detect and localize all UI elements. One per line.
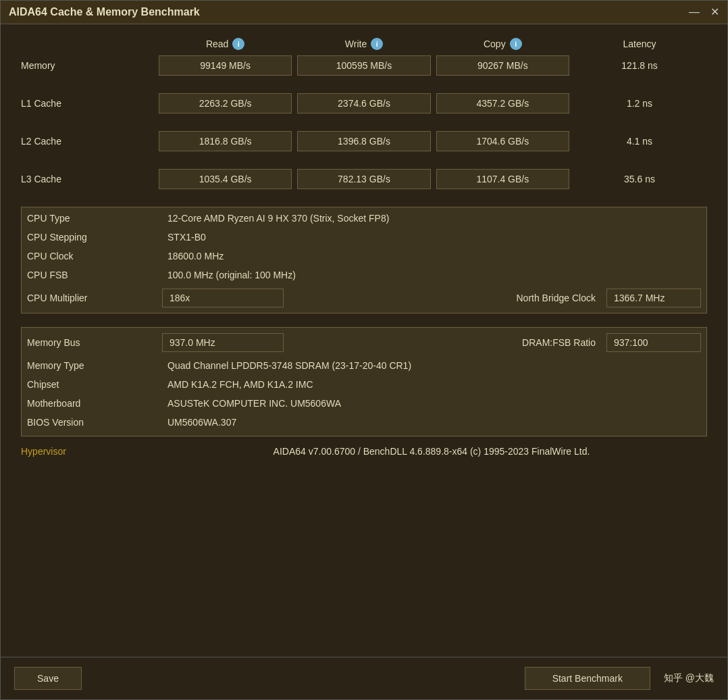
memory-read: 99149 MB/s	[159, 55, 292, 76]
minimize-button[interactable]: —	[689, 7, 700, 18]
watermark: 知乎 @大魏	[664, 672, 714, 684]
l2-latency: 4.1 ns	[572, 136, 707, 147]
copy-header: Copy i	[434, 38, 572, 50]
main-window: AIDA64 Cache & Memory Benchmark — ✕ Read…	[0, 0, 728, 700]
chipset-row: Chipset AMD K1A.2 FCH, AMD K1A.2 IMC	[27, 376, 701, 393]
cpu-fsb-value: 100.0 MHz (original: 100 MHz)	[162, 267, 701, 283]
cpu-type-label: CPU Type	[27, 213, 162, 224]
cpu-stepping-label: CPU Stepping	[27, 232, 162, 243]
close-button[interactable]: ✕	[710, 7, 719, 18]
l3-read: 1035.4 GB/s	[159, 169, 292, 189]
l1-write: 2374.6 GB/s	[297, 93, 430, 114]
l1-latency: 1.2 ns	[572, 98, 707, 109]
memory-type-label: Memory Type	[27, 360, 162, 371]
l3-copy: 1107.4 GB/s	[436, 169, 569, 189]
cpu-info-inner: CPU Type 12-Core AMD Ryzen AI 9 HX 370 (…	[21, 207, 707, 314]
l3-latency: 35.6 ns	[572, 174, 707, 184]
footer: Save Start Benchmark 知乎 @大魏	[1, 657, 727, 699]
memory-write: 100595 MB/s	[297, 55, 430, 76]
l2-label: L2 Cache	[21, 136, 156, 147]
l3-write: 782.13 GB/s	[297, 169, 430, 189]
copy-info-icon[interactable]: i	[510, 38, 522, 50]
read-header: Read i	[156, 38, 294, 50]
cpu-multiplier-row: CPU Multiplier 186x North Bridge Clock 1…	[27, 286, 701, 310]
cpu-type-row: CPU Type 12-Core AMD Ryzen AI 9 HX 370 (…	[27, 210, 701, 226]
latency-header: Latency	[572, 38, 707, 50]
cpu-info-block: CPU Type 12-Core AMD Ryzen AI 9 HX 370 (…	[21, 207, 707, 314]
memory-latency: 121.8 ns	[572, 60, 707, 71]
l1-label: L1 Cache	[21, 98, 156, 109]
memory-label: Memory	[21, 60, 156, 71]
save-button[interactable]: Save	[14, 667, 82, 690]
hypervisor-label: Hypervisor	[21, 446, 156, 457]
column-headers: Read i Write i Copy i Latency	[21, 38, 707, 50]
cpu-clock-label: CPU Clock	[27, 251, 162, 261]
memory-type-row: Memory Type Quad Channel LPDDR5-3748 SDR…	[27, 357, 701, 374]
cpu-fsb-row: CPU FSB 100.0 MHz (original: 100 MHz)	[27, 267, 701, 283]
motherboard-label: Motherboard	[27, 398, 162, 409]
cpu-multiplier-label: CPU Multiplier	[27, 293, 162, 303]
memory-type-value: Quad Channel LPDDR5-3748 SDRAM (23-17-20…	[162, 357, 701, 374]
l2-read: 1816.8 GB/s	[159, 131, 292, 151]
hypervisor-value: AIDA64 v7.00.6700 / BenchDLL 4.6.889.8-x…	[156, 446, 707, 457]
bios-label: BIOS Version	[27, 417, 162, 428]
cpu-type-value: 12-Core AMD Ryzen AI 9 HX 370 (Strix, So…	[162, 210, 701, 226]
motherboard-value: ASUSTeK COMPUTER INC. UM5606WA	[162, 395, 701, 411]
l2-copy: 1704.6 GB/s	[436, 131, 569, 151]
north-bridge-clock-label: North Bridge Clock	[517, 293, 607, 303]
memory-copy: 90267 MB/s	[436, 55, 569, 76]
dram-fsb-label: DRAM:FSB Ratio	[522, 337, 606, 348]
l3-label: L3 Cache	[21, 174, 156, 184]
main-content: Read i Write i Copy i Latency Memory 991…	[1, 24, 727, 657]
bios-value: UM5606WA.307	[162, 414, 701, 430]
cpu-clock-value: 18600.0 MHz	[162, 248, 701, 264]
memory-bus-label: Memory Bus	[27, 337, 162, 348]
memory-row: Memory 99149 MB/s 100595 MB/s 90267 MB/s…	[21, 55, 707, 76]
motherboard-row: Motherboard ASUSTeK COMPUTER INC. UM5606…	[27, 395, 701, 411]
memory-bus-value: 937.0 MHz	[162, 333, 284, 352]
l1-copy: 4357.2 GB/s	[436, 93, 569, 114]
cpu-stepping-row: CPU Stepping STX1-B0	[27, 229, 701, 245]
dram-fsb-value: 937:100	[606, 333, 701, 352]
cpu-clock-row: CPU Clock 18600.0 MHz	[27, 248, 701, 264]
l1-read: 2263.2 GB/s	[159, 93, 292, 114]
cpu-fsb-label: CPU FSB	[27, 270, 162, 280]
cpu-multiplier-value: 186x	[162, 289, 284, 307]
l3-row: L3 Cache 1035.4 GB/s 782.13 GB/s 1107.4 …	[21, 169, 707, 189]
l2-row: L2 Cache 1816.8 GB/s 1396.8 GB/s 1704.6 …	[21, 131, 707, 151]
chipset-value: AMD K1A.2 FCH, AMD K1A.2 IMC	[162, 376, 701, 393]
titlebar: AIDA64 Cache & Memory Benchmark — ✕	[1, 1, 727, 24]
memory-info-block: Memory Bus 937.0 MHz DRAM:FSB Ratio 937:…	[21, 327, 707, 436]
cpu-stepping-value: STX1-B0	[162, 229, 701, 245]
bios-row: BIOS Version UM5606WA.307	[27, 414, 701, 430]
chipset-label: Chipset	[27, 379, 162, 390]
write-header: Write i	[294, 38, 433, 50]
memory-bus-row: Memory Bus 937.0 MHz DRAM:FSB Ratio 937:…	[27, 330, 701, 355]
read-info-icon[interactable]: i	[232, 38, 244, 50]
memory-info-inner: Memory Bus 937.0 MHz DRAM:FSB Ratio 937:…	[21, 327, 707, 436]
l1-row: L1 Cache 2263.2 GB/s 2374.6 GB/s 4357.2 …	[21, 93, 707, 114]
write-info-icon[interactable]: i	[371, 38, 383, 50]
l2-write: 1396.8 GB/s	[297, 131, 430, 151]
titlebar-controls: — ✕	[689, 7, 719, 18]
start-benchmark-button[interactable]: Start Benchmark	[525, 667, 650, 690]
window-title: AIDA64 Cache & Memory Benchmark	[9, 6, 200, 18]
hypervisor-row: Hypervisor AIDA64 v7.00.6700 / BenchDLL …	[21, 439, 707, 459]
north-bridge-clock-value: 1366.7 MHz	[606, 289, 701, 307]
